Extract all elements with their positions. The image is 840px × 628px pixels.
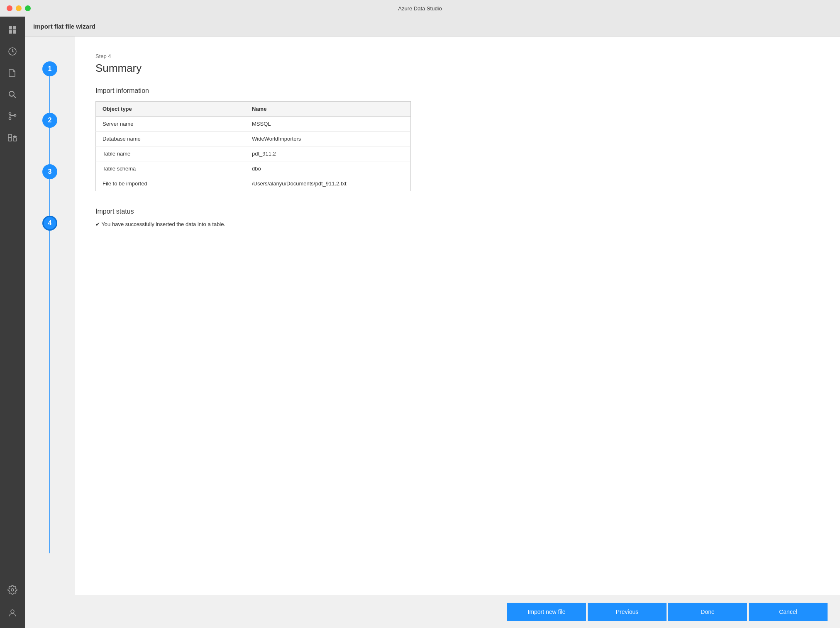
table-cell-name: /Users/alanyu/Documents/pdt_911.2.txt	[245, 176, 411, 191]
svg-rect-3	[13, 30, 16, 34]
done-button[interactable]: Done	[668, 603, 747, 621]
step-1-circle: 1	[42, 61, 57, 76]
step-3-circle: 3	[42, 164, 57, 179]
table-cell-name: MSSQL	[245, 117, 411, 131]
svg-rect-11	[8, 138, 12, 141]
table-cell-object-type: Table schema	[96, 161, 245, 176]
import-status-section-title: Import status	[95, 208, 819, 215]
minimize-button[interactable]	[16, 5, 22, 11]
table-row: Table schemadbo	[96, 161, 411, 176]
import-status-message: ✔ You have successfully inserted the dat…	[95, 221, 819, 227]
table-cell-object-type: Database name	[96, 131, 245, 146]
svg-rect-1	[13, 26, 16, 29]
table-header-col2: Name	[245, 102, 411, 117]
cancel-button[interactable]: Cancel	[749, 603, 828, 621]
history-icon[interactable]	[2, 41, 22, 61]
stepper-sidebar: 1 2 3 4	[25, 37, 75, 595]
import-info-section-title: Import information	[95, 87, 819, 95]
settings-icon[interactable]	[2, 580, 22, 600]
table-row: Server nameMSSQL	[96, 117, 411, 131]
activity-bar	[0, 17, 25, 628]
import-info-table: Object type Name Server nameMSSQLDatabas…	[95, 101, 411, 191]
explorer-icon[interactable]	[2, 20, 22, 40]
table-cell-object-type: Server name	[96, 117, 245, 131]
table-cell-name: dbo	[245, 161, 411, 176]
svg-rect-13	[8, 134, 12, 138]
window-controls	[7, 5, 31, 11]
table-row: Table namepdt_911.2	[96, 146, 411, 161]
svg-point-14	[11, 589, 14, 591]
svg-point-5	[9, 91, 14, 96]
step-2-circle: 2	[42, 113, 57, 128]
activity-bar-bottom	[2, 580, 22, 625]
table-row: File to be imported/Users/alanyu/Documen…	[96, 176, 411, 191]
titlebar: Azure Data Studio	[0, 0, 840, 17]
step-4-circle: 4	[42, 216, 57, 231]
wizard-panel: Step 4 Summary Import information Object…	[75, 37, 840, 595]
svg-point-7	[9, 113, 11, 115]
git-icon[interactable]	[2, 106, 22, 126]
svg-rect-2	[9, 30, 12, 34]
main-content: Import flat file wizard 1 2 3 4 Step 4 S…	[25, 17, 840, 628]
import-new-file-button[interactable]: Import new file	[507, 603, 586, 621]
table-cell-object-type: File to be imported	[96, 176, 245, 191]
extensions-icon[interactable]	[2, 128, 22, 148]
close-button[interactable]	[7, 5, 12, 11]
header-bar: Import flat file wizard	[25, 17, 840, 37]
svg-point-8	[9, 118, 11, 120]
page-title: Import flat file wizard	[33, 23, 95, 30]
table-cell-name: pdt_911.2	[245, 146, 411, 161]
wizard-body: 1 2 3 4 Step 4 Summary Import informatio…	[25, 37, 840, 595]
step-title: Summary	[95, 62, 819, 75]
account-icon[interactable]	[2, 603, 22, 623]
table-row: Database nameWideWorldImporters	[96, 131, 411, 146]
step-label: Step 4	[95, 53, 819, 59]
table-header-col1: Object type	[96, 102, 245, 117]
window-title: Azure Data Studio	[398, 5, 442, 12]
svg-rect-12	[13, 138, 17, 141]
table-cell-name: WideWorldImporters	[245, 131, 411, 146]
maximize-button[interactable]	[25, 5, 31, 11]
svg-line-6	[14, 96, 16, 98]
stepper-track	[49, 66, 50, 553]
svg-point-15	[11, 610, 14, 613]
app-layout: Import flat file wizard 1 2 3 4 Step 4 S…	[0, 17, 840, 628]
svg-rect-0	[9, 26, 12, 29]
table-cell-object-type: Table name	[96, 146, 245, 161]
previous-button[interactable]: Previous	[588, 603, 667, 621]
file-icon[interactable]	[2, 63, 22, 83]
search-icon[interactable]	[2, 85, 22, 105]
wizard-footer: Import new file Previous Done Cancel	[25, 595, 840, 628]
